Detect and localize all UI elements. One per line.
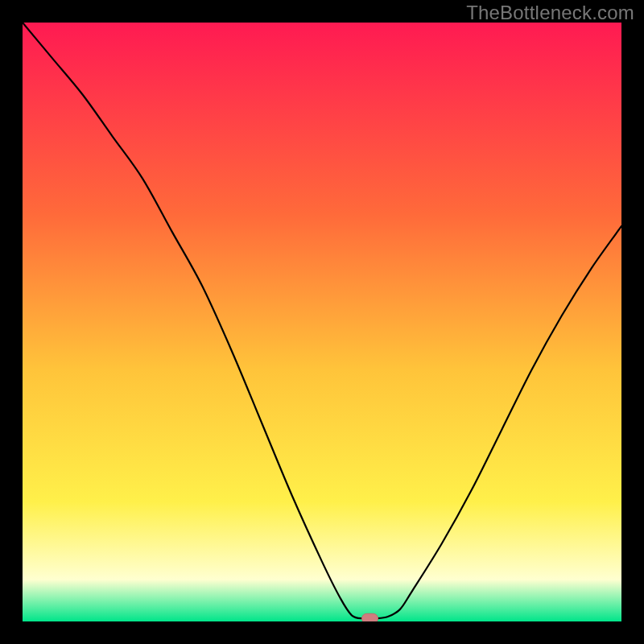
watermark-text: TheBottleneck.com bbox=[466, 2, 634, 24]
plot-area bbox=[23, 23, 621, 621]
gradient-background bbox=[23, 23, 621, 621]
chart-frame: TheBottleneck.com bbox=[0, 0, 644, 644]
bottleneck-plot bbox=[23, 23, 621, 621]
optimal-marker bbox=[362, 613, 378, 621]
